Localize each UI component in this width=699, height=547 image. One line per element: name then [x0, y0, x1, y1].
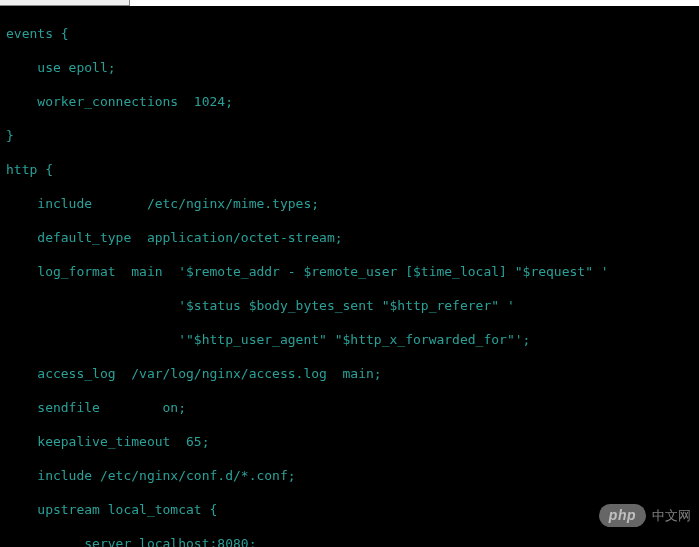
- code-line: log_format main '$remote_addr - $remote_…: [6, 263, 693, 280]
- code-line: use epoll;: [6, 59, 693, 76]
- code-line: access_log /var/log/nginx/access.log mai…: [6, 365, 693, 382]
- code-line: }: [6, 127, 693, 144]
- code-line: server localhost:8080;: [6, 535, 693, 547]
- watermark-brand: php: [599, 504, 646, 527]
- code-line: sendfile on;: [6, 399, 693, 416]
- code-line: '$status $body_bytes_sent "$http_referer…: [6, 297, 693, 314]
- code-line: keepalive_timeout 65;: [6, 433, 693, 450]
- code-line: include /etc/nginx/conf.d/*.conf;: [6, 467, 693, 484]
- code-line: upstream local_tomcat {: [6, 501, 693, 518]
- code-line: worker_connections 1024;: [6, 93, 693, 110]
- code-line: default_type application/octet-stream;: [6, 229, 693, 246]
- terminal-editor[interactable]: events { use epoll; worker_connections 1…: [0, 6, 699, 547]
- watermark-text: 中文网: [652, 507, 691, 524]
- code-line: include /etc/nginx/mime.types;: [6, 195, 693, 212]
- code-line: http {: [6, 161, 693, 178]
- code-line: events {: [6, 25, 693, 42]
- watermark: php 中文网: [599, 504, 691, 527]
- code-line: '"$http_user_agent" "$http_x_forwarded_f…: [6, 331, 693, 348]
